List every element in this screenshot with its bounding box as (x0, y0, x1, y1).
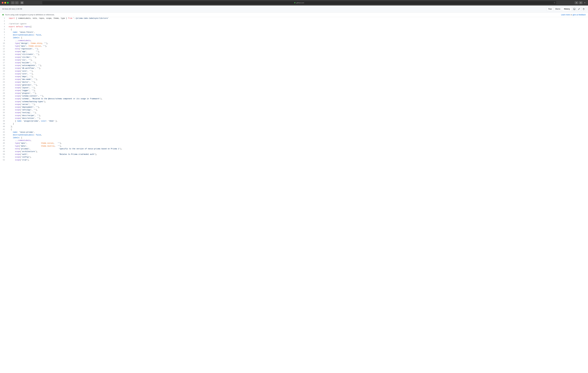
hint-text: You're using code navigation to jump to … (5, 14, 560, 16)
terminal-icon-button[interactable] (572, 7, 577, 11)
nav-hint: You're using code navigation to jump to … (0, 13, 588, 17)
line-number[interactable]: 16 (0, 59, 7, 62)
table-row: 10 type('design', theme.shiny, ''), (0, 42, 588, 45)
line-content: scope('schema', 'Related to the @nexus/s… (7, 97, 588, 100)
line-content: ] (7, 123, 588, 125)
line-number[interactable]: 40 (0, 125, 7, 128)
line-number[interactable]: 8 (0, 36, 7, 39)
line-content: scope('server', ''), (7, 103, 588, 106)
line-number[interactable]: 20 (0, 70, 7, 73)
svg-rect-2 (21, 3, 23, 3)
line-number[interactable]: 30 (0, 97, 7, 100)
line-number[interactable]: 3 (0, 22, 7, 25)
table-row: 13 scope('app', ''), (0, 50, 588, 53)
learn-more-link[interactable]: Learn more (561, 14, 570, 16)
line-number[interactable]: 36 (0, 114, 7, 117)
line-number[interactable]: 13 (0, 50, 7, 53)
line-number[interactable]: 44 (0, 136, 7, 139)
line-number[interactable]: 12 (0, 48, 7, 50)
line-number[interactable]: 24 (0, 81, 7, 84)
line-content (7, 20, 588, 22)
line-number[interactable]: 29 (0, 95, 7, 97)
table-row: 38 { name: 'plugin/prisma', color: '#eee… (0, 120, 588, 123)
line-number[interactable]: 2 (0, 20, 7, 22)
raw-button[interactable]: Raw (546, 7, 554, 11)
line-number[interactable]: 5 (0, 28, 7, 31)
close-button[interactable] (2, 2, 3, 4)
table-row: 14 scope('cli/create', ''), (0, 53, 588, 56)
line-number[interactable]: 43 (0, 134, 7, 136)
line-number[interactable]: 11 (0, 45, 7, 48)
code-container[interactable]: 1import { commonLabels, note, repos, sco… (0, 17, 588, 373)
line-number[interactable]: 10 (0, 42, 7, 45)
line-number[interactable]: 26 (0, 86, 7, 89)
line-number[interactable]: 47 (0, 145, 7, 148)
line-number[interactable]: 50 (0, 153, 7, 156)
url-bar[interactable]: github.com ↻ (42, 1, 556, 4)
line-number[interactable]: 22 (0, 75, 7, 78)
line-number[interactable]: 14 (0, 53, 7, 56)
line-number[interactable]: 38 (0, 120, 7, 123)
sidebar-toggle-button[interactable] (20, 1, 24, 4)
line-number[interactable]: 4 (0, 25, 7, 28)
line-content: scope('app', ''), (7, 50, 588, 53)
line-number[interactable]: 17 (0, 62, 7, 64)
table-row: 1import { commonLabels, note, repos, sco… (0, 17, 588, 20)
line-number[interactable]: 51 (0, 156, 7, 159)
history-button[interactable]: History (562, 7, 572, 11)
line-number[interactable]: 23 (0, 78, 7, 81)
line-number[interactable]: 49 (0, 150, 7, 153)
line-number[interactable]: 48 (0, 148, 7, 150)
line-number[interactable]: 33 (0, 106, 7, 109)
line-number[interactable]: 31 (0, 100, 7, 103)
table-row: 21 scope('core', ''), (0, 73, 588, 75)
settings-button[interactable]: ⚙ (579, 1, 582, 4)
line-number[interactable]: 42 (0, 131, 7, 134)
line-number[interactable]: 6 (0, 31, 7, 34)
maximize-button[interactable] (7, 2, 9, 4)
line-number[interactable]: 25 (0, 84, 7, 86)
line-number[interactable]: 27 (0, 89, 7, 92)
table-row: 30 scope('schema', 'Related to the @nexu… (0, 97, 588, 100)
feedback-link[interactable]: give us feedback (573, 14, 586, 16)
line-content: scope('auth', 'Relates to Prisma crud/mo… (7, 153, 588, 156)
line-number[interactable]: 46 (0, 142, 7, 145)
line-number[interactable]: 19 (0, 67, 7, 70)
edit-icon-button[interactable] (577, 7, 581, 11)
line-content: scope('docs/inline', ''), (7, 117, 588, 120)
line-number[interactable]: 9 (0, 39, 7, 42)
line-content: destroyUnknownLabels: false, (7, 134, 588, 136)
line-number[interactable]: 15 (0, 56, 7, 59)
file-viewer: 64 lines (63 sloc) 2.06 KB Raw Blame His… (0, 6, 588, 373)
table-row: 26 scope('layout', ''), (0, 86, 588, 89)
line-number[interactable]: 45 (0, 139, 7, 142)
forward-button[interactable]: › (15, 1, 19, 4)
line-number[interactable]: 41 (0, 128, 7, 131)
table-row: 7 destroyUnknownLabels: false, (0, 34, 588, 36)
line-content: scope('autocomplete', ''), (7, 64, 588, 67)
table-row: 28 scope('plugins', ''), (0, 92, 588, 95)
line-content: export default repos([ (7, 25, 588, 28)
line-content: scope('cli', ''), (7, 59, 588, 62)
line-number[interactable]: 52 (0, 159, 7, 161)
blame-button[interactable]: Blame (554, 7, 562, 11)
line-number[interactable]: 35 (0, 111, 7, 114)
back-button[interactable]: ‹ (11, 1, 14, 4)
minimize-button[interactable] (4, 2, 6, 4)
line-content: labels: [ (7, 136, 588, 139)
line-number[interactable]: 28 (0, 92, 7, 95)
line-number[interactable]: 1 (0, 17, 7, 20)
share-button[interactable]: ⬆ (575, 1, 578, 4)
delete-icon-button[interactable] (582, 7, 586, 11)
line-number[interactable]: 7 (0, 34, 7, 36)
refresh-button[interactable]: ↻ (554, 2, 555, 4)
table-row: 19 scope('db-workflow', ''), (0, 67, 588, 70)
line-number[interactable]: 32 (0, 103, 7, 106)
new-tab-button[interactable]: + (583, 1, 586, 4)
line-number[interactable]: 37 (0, 117, 7, 120)
line-number[interactable]: 21 (0, 73, 7, 75)
line-number[interactable]: 34 (0, 109, 7, 111)
table-row: 43 destroyUnknownLabels: false, (0, 134, 588, 136)
line-number[interactable]: 18 (0, 64, 7, 67)
line-number[interactable]: 39 (0, 123, 7, 125)
